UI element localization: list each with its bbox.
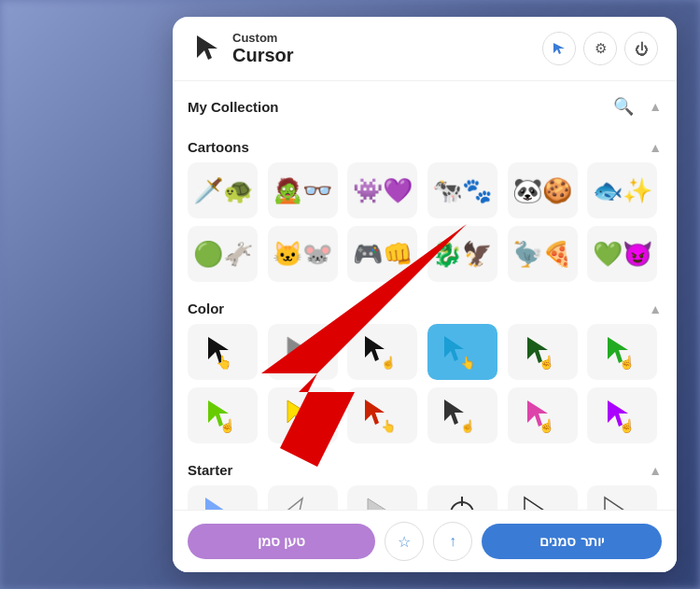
share-button[interactable]: ↑ <box>433 522 472 561</box>
logo-custom-text: Custom <box>232 32 294 45</box>
red-cursor-icon: 👆 <box>362 397 403 434</box>
starter-item-crosshair[interactable] <box>427 485 497 510</box>
cartoons-grid-row1: 🗡️🐢 🧟👓 👾💜 🐄🐾 🐼🍪 🐟✨ <box>188 162 662 218</box>
extra-cursor-icon: ☝️ <box>604 397 641 434</box>
cursor-item-httyd[interactable]: 🐉🦅 <box>427 226 497 282</box>
svg-marker-0 <box>197 35 217 60</box>
logo-cursor-text: Cursor <box>232 45 294 65</box>
cursor-item-panda[interactable]: 🐼🍪 <box>508 162 578 218</box>
color-item-yellow[interactable]: ☝️ <box>268 387 338 443</box>
logo-text: Custom Cursor <box>232 32 294 65</box>
cursor-item-garfield[interactable]: 🦤🍕 <box>508 226 578 282</box>
starter-header: Starter ▲ <box>188 451 662 485</box>
logo-icon <box>191 32 225 65</box>
cartoons-header: Cartoons ▲ <box>188 128 662 162</box>
starter-item-plane[interactable]: ✋ <box>268 485 338 510</box>
starter-grid: 👆 ✋ <box>188 485 662 510</box>
settings-button[interactable]: ⚙ <box>583 32 617 65</box>
yellow-cursor-icon: ☝️ <box>284 397 321 434</box>
star-button[interactable]: ☆ <box>385 522 424 561</box>
logo: Custom Cursor <box>191 32 294 65</box>
bookmark-button[interactable]: טען סמן <box>188 524 375 559</box>
starter-title: Starter <box>188 462 232 478</box>
cursor-item-cow[interactable]: 🐄🐾 <box>427 162 497 218</box>
main-panel: Custom Cursor ⚙ ⏻ My Collection 🔍 <box>173 17 677 572</box>
starter-item-ghost[interactable] <box>347 485 417 510</box>
star-icon: ☆ <box>398 533 411 551</box>
cartoons-grid-row2: 🟢🫏 🐱🐭 🎮👊 🐉🦅 🦤🍕 💚😈 <box>188 226 662 282</box>
search-icon[interactable]: 🔍 <box>609 92 637 120</box>
power-button[interactable]: ⏻ <box>624 32 658 65</box>
svg-text:👆: 👆 <box>215 355 231 371</box>
starter-item-outline[interactable]: 🤚 <box>508 485 578 510</box>
more-cursors-button[interactable]: יותר סמנים <box>482 524 662 559</box>
color-item-lime[interactable]: ☝️ <box>188 387 258 443</box>
color-header: Color ▲ <box>188 289 662 324</box>
starter-wave-cursor: 👋 <box>602 495 643 510</box>
svg-text:☝️: ☝️ <box>218 418 235 434</box>
svg-text:☝️: ☝️ <box>460 418 476 434</box>
cursor-item-purple[interactable]: 👾💜 <box>347 162 417 218</box>
svg-text:☝️: ☝️ <box>299 418 315 434</box>
svg-text:👆: 👆 <box>381 418 397 434</box>
color-item-green[interactable]: ☝️ <box>587 324 657 380</box>
panel-footer: טען סמן ☆ ↑ יותר סמנים <box>173 510 677 572</box>
cursor-item-tomjerry[interactable]: 🐱🐭 <box>268 226 338 282</box>
cursor-item-shrek[interactable]: 🟢🫏 <box>188 226 258 282</box>
cursor-item-grinch[interactable]: 💚😈 <box>587 226 657 282</box>
svg-text:👆: 👆 <box>460 355 476 371</box>
share-icon: ↑ <box>449 533 456 550</box>
svg-marker-38 <box>525 498 544 510</box>
black-cursor-icon: 👆 <box>204 333 242 371</box>
color-item-gray[interactable]: 🤚 <box>268 324 338 380</box>
darkgreen-cursor-icon: ☝️ <box>524 333 561 371</box>
dark-cursor-icon: ☝️ <box>441 397 483 434</box>
svg-text:☝️: ☝️ <box>539 418 555 434</box>
starter-ghost-cursor <box>364 495 401 510</box>
power-icon: ⏻ <box>635 41 649 57</box>
color-item-darkgreen[interactable]: ☝️ <box>508 324 578 380</box>
settings-icon: ⚙ <box>595 40 607 57</box>
my-collection-chevron[interactable]: ▲ <box>649 99 662 114</box>
black2-cursor-icon: ☝️ <box>362 333 403 371</box>
color-item-dark[interactable]: ☝️ <box>427 387 497 443</box>
color-item-black2[interactable]: ☝️ <box>347 324 417 380</box>
color-grid-row2: ☝️ ☝️ 👆 ☝️ <box>188 387 662 443</box>
starter-item-blue[interactable]: 👆 <box>188 485 258 510</box>
cursor-item-overwatch[interactable]: 🎮👊 <box>347 226 417 282</box>
starter-item-wave[interactable]: 👋 <box>587 485 657 510</box>
svg-marker-40 <box>605 498 624 510</box>
svg-marker-28 <box>284 498 302 510</box>
gray-cursor-icon: 🤚 <box>284 333 321 371</box>
svg-text:☝️: ☝️ <box>539 355 555 371</box>
cartoons-title: Cartoons <box>188 139 249 155</box>
cursor-item-fish[interactable]: 🐟✨ <box>587 162 657 218</box>
svg-marker-31 <box>368 498 388 510</box>
teal-cursor-icon: 👆 <box>441 333 483 371</box>
color-chevron[interactable]: ▲ <box>649 302 662 316</box>
color-item-pink[interactable]: ☝️ <box>508 387 578 443</box>
pink-cursor-icon: ☝️ <box>524 397 561 434</box>
green-cursor-icon: ☝️ <box>604 333 641 371</box>
svg-marker-1 <box>553 43 565 54</box>
my-collection-title: My Collection <box>188 99 279 115</box>
color-item-red[interactable]: 👆 <box>347 387 417 443</box>
header-actions: ⚙ ⏻ <box>542 32 658 65</box>
cursor-item-ninja[interactable]: 🗡️🐢 <box>188 162 258 218</box>
starter-outline-cursor: 🤚 <box>522 495 563 510</box>
cursor-item-minion[interactable]: 🧟👓 <box>268 162 338 218</box>
starter-chevron[interactable]: ▲ <box>649 463 662 478</box>
color-title: Color <box>188 301 224 316</box>
svg-text:🤚: 🤚 <box>299 355 315 371</box>
starter-crosshair-icon <box>443 495 481 510</box>
starter-blue-cursor: 👆 <box>203 495 244 510</box>
panel-header: Custom Cursor ⚙ ⏻ <box>173 17 677 81</box>
cursor-button[interactable] <box>542 32 576 65</box>
cursor-icon <box>552 41 567 56</box>
color-item-black[interactable]: 👆 <box>188 324 258 380</box>
panel-content: My Collection 🔍 ▲ Cartoons ▲ 🗡️🐢 🧟👓 👾💜 🐄… <box>173 81 677 510</box>
color-item-extra[interactable]: ☝️ <box>587 387 657 443</box>
svg-text:☝️: ☝️ <box>381 355 397 371</box>
color-item-teal[interactable]: 👆 <box>427 324 497 380</box>
cartoons-chevron[interactable]: ▲ <box>649 140 662 155</box>
